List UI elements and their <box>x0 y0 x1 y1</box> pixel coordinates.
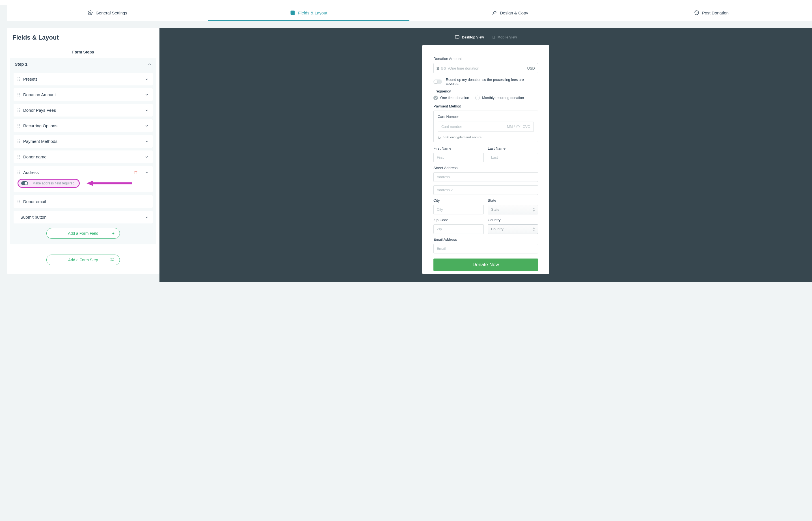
expiry-placeholder: MM / YY <box>507 125 520 129</box>
field-label: Recurring Options <box>23 123 142 128</box>
add-form-field-button[interactable]: Add a Form Field + <box>46 228 120 239</box>
field-row[interactable]: Payment Methods <box>14 135 153 148</box>
field-row[interactable]: Donation Amount <box>14 88 153 101</box>
form-steps-heading: Form Steps <box>7 45 160 58</box>
shuffle-icon <box>110 257 115 263</box>
street-address-label: Street Address <box>434 166 538 170</box>
address-required-toggle[interactable] <box>21 181 28 185</box>
drag-handle-icon[interactable] <box>18 155 20 159</box>
drag-handle-icon[interactable] <box>18 139 20 143</box>
main-tabs: General Settings Fields & Layout Design … <box>7 5 812 21</box>
roundup-toggle[interactable] <box>434 80 442 84</box>
tab-post-donation[interactable]: Post Donation <box>611 5 812 21</box>
select-placeholder: State <box>491 208 499 211</box>
field-presets: Presets <box>14 73 153 85</box>
email-label: Email Address <box>434 237 538 242</box>
svg-rect-5 <box>135 172 137 174</box>
last-name-label: Last Name <box>488 146 538 151</box>
add-form-step-button[interactable]: Add a Form Step <box>46 254 120 265</box>
trash-icon[interactable] <box>134 170 138 175</box>
frequency-label: Frequency <box>434 89 538 93</box>
state-select[interactable]: State ▴▾ <box>488 205 538 214</box>
address-required-highlight: Make address field required <box>18 179 80 188</box>
address-required-label: Make address field required <box>32 181 74 185</box>
button-label: Add a Form Step <box>68 258 98 262</box>
monitor-icon <box>455 35 460 40</box>
mobile-view-button[interactable]: Mobile View <box>492 35 517 40</box>
field-row[interactable]: Presets <box>14 73 153 85</box>
address-input[interactable] <box>434 172 538 182</box>
step-label: Step 1 <box>15 62 27 66</box>
cvc-placeholder: CVC <box>523 125 530 129</box>
payment-method-label: Payment Method <box>434 104 538 108</box>
drag-handle-icon[interactable] <box>18 77 20 81</box>
chevron-down-icon <box>145 77 149 81</box>
svg-marker-7 <box>87 181 93 186</box>
field-row[interactable]: Recurring Options <box>14 119 153 132</box>
select-caret-icon: ▴▾ <box>533 207 535 212</box>
field-label: Donor Pays Fees <box>23 108 142 113</box>
field-row[interactable]: Submit button <box>14 211 153 223</box>
donation-amount-label: Donation Amount <box>434 56 538 61</box>
email-input[interactable] <box>434 244 538 253</box>
svg-point-0 <box>90 12 91 14</box>
step-header[interactable]: Step 1 <box>10 58 156 70</box>
field-row[interactable]: Donor email <box>14 195 153 208</box>
frequency-hint: /One time donation <box>448 66 479 70</box>
step-1-container: Step 1 Presets Donation Amount <box>10 58 156 244</box>
mobile-icon <box>492 35 495 40</box>
chevron-down-icon <box>145 139 149 143</box>
card-number-input[interactable]: Card number MM / YY CVC <box>438 122 534 132</box>
field-row[interactable]: Donor name <box>14 151 153 163</box>
first-name-label: First Name <box>434 146 484 151</box>
donate-now-button[interactable]: Donate Now <box>434 258 538 271</box>
field-label: Submit button <box>20 215 142 220</box>
button-label: Donate Now <box>472 262 499 267</box>
city-input[interactable] <box>434 205 484 214</box>
drag-handle-icon[interactable] <box>18 93 20 97</box>
drag-handle-icon[interactable] <box>18 108 20 112</box>
panel-title: Fields & Layout <box>7 34 160 45</box>
field-row[interactable]: Address <box>14 166 153 179</box>
drag-handle-icon[interactable] <box>18 124 20 128</box>
chevron-down-icon <box>145 108 149 112</box>
ssl-text: SSL encrypted and secure <box>443 135 482 139</box>
desktop-view-button[interactable]: Desktop View <box>455 35 484 40</box>
frequency-monthly[interactable]: Monthly recurring donation <box>475 96 524 100</box>
tab-fields-layout[interactable]: Fields & Layout <box>208 5 410 21</box>
donation-amount-input[interactable]: $ 50 /One time donation USD <box>434 63 538 73</box>
currency-code: USD <box>527 66 535 70</box>
country-select[interactable]: Country ▴▾ <box>488 224 538 234</box>
tab-design-copy[interactable]: Design & Copy <box>410 5 611 21</box>
chevron-down-icon <box>145 155 149 159</box>
fields-layout-panel: Fields & Layout Form Steps Step 1 Preset… <box>7 28 160 274</box>
gear-icon <box>88 10 93 15</box>
tab-label: Fields & Layout <box>298 10 327 15</box>
view-label: Mobile View <box>497 36 517 39</box>
view-label: Desktop View <box>462 36 484 39</box>
city-label: City <box>434 198 484 203</box>
option-label: One time donation <box>440 96 469 100</box>
frequency-one-time[interactable]: One time donation <box>434 96 469 100</box>
last-name-input[interactable] <box>488 153 538 162</box>
field-submit-button: Submit button <box>14 211 153 223</box>
drag-handle-icon[interactable] <box>18 200 20 204</box>
chevron-up-icon <box>145 171 149 175</box>
select-caret-icon: ▴▾ <box>533 226 535 232</box>
drag-handle-icon[interactable] <box>18 171 20 175</box>
preview-pane: Desktop View Mobile View Donation Amount… <box>160 28 812 282</box>
field-payment-methods: Payment Methods <box>14 135 153 148</box>
address2-input[interactable] <box>434 185 538 195</box>
donation-form-preview: Donation Amount $ 50 /One time donation … <box>422 45 549 274</box>
lock-icon <box>438 135 441 139</box>
first-name-input[interactable] <box>434 153 484 162</box>
amount-placeholder: 50 <box>441 66 446 71</box>
card-number-placeholder: Card number <box>441 125 462 129</box>
select-placeholder: Country <box>491 227 504 231</box>
tab-general-settings[interactable]: General Settings <box>7 5 208 21</box>
field-label: Donor email <box>23 199 149 204</box>
zip-input[interactable] <box>434 224 484 234</box>
svg-rect-13 <box>439 137 440 139</box>
option-label: Monthly recurring donation <box>482 96 524 100</box>
field-row[interactable]: Donor Pays Fees <box>14 104 153 116</box>
